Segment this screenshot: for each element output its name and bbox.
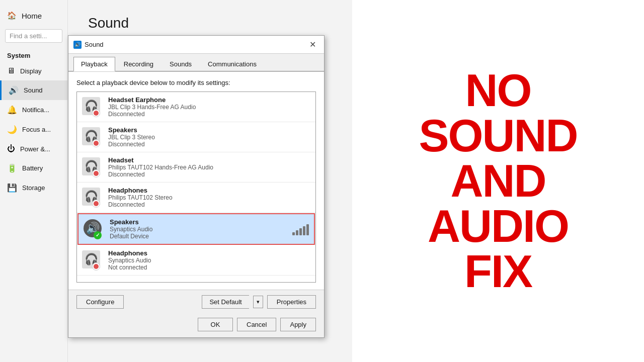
dialog-body: Select a playback device below to modify… bbox=[68, 71, 324, 290]
main-content: Sound 🔊 Sound ✕ Playback Recording Sound… bbox=[68, 0, 352, 362]
display-icon: 🖥 bbox=[7, 66, 15, 75]
sidebar-item-focus[interactable]: 🌙 Focus a... bbox=[0, 120, 67, 139]
volume-bars bbox=[292, 223, 309, 235]
sidebar-search[interactable]: Find a setti... bbox=[5, 29, 62, 43]
sidebar-label-focus: Focus a... bbox=[22, 126, 51, 133]
device-info-3: Headphones Philips TAUT102 Stereo Discon… bbox=[108, 187, 310, 208]
device-icon-wrap-5: 🎧 bbox=[82, 250, 102, 270]
dialog-title-text: Sound bbox=[85, 41, 104, 48]
set-default-button[interactable]: Set Default bbox=[202, 295, 249, 309]
dialog-footer: Configure Set Default ▾ Properties bbox=[68, 290, 324, 314]
dialog-tabs: Playback Recording Sounds Communications bbox=[68, 54, 324, 71]
vol-bar-4 bbox=[303, 226, 305, 235]
device-item-1[interactable]: 🎧 Speakers JBL Clip 3 Stereo Disconnecte… bbox=[77, 122, 315, 152]
device-status-2: Disconnected bbox=[108, 171, 310, 178]
device-name-2: Headset bbox=[108, 156, 310, 164]
device-name-0: Headset Earphone bbox=[108, 96, 310, 104]
page-title: Sound bbox=[88, 15, 332, 31]
dialog-title-left: 🔊 Sound bbox=[73, 41, 104, 49]
power-icon: ⏻ bbox=[7, 144, 15, 153]
device-item-2[interactable]: 🎧 Headset Philips TAUT102 Hands-Free AG … bbox=[77, 152, 315, 183]
sound-icon: 🔊 bbox=[9, 85, 19, 95]
sidebar-label-battery: Battery bbox=[22, 164, 43, 172]
device-name-3: Headphones bbox=[108, 187, 310, 194]
sidebar-label-power: Power &... bbox=[20, 145, 50, 153]
ok-button[interactable]: OK bbox=[198, 318, 233, 331]
dialog-overlay: 🔊 Sound ✕ Playback Recording Sounds Comm… bbox=[68, 35, 325, 338]
device-name-4: Speakers bbox=[110, 218, 284, 226]
dialog-titlebar: 🔊 Sound ✕ bbox=[68, 36, 324, 54]
sidebar-item-display[interactable]: 🖥 Display bbox=[0, 61, 67, 80]
sidebar-home[interactable]: 🏠 Home bbox=[0, 5, 67, 26]
device-list[interactable]: 🎧 Headset Earphone JBL Clip 3 Hands-Free… bbox=[76, 92, 316, 283]
device-info-5: Headphones Synaptics Audio Not connected bbox=[108, 249, 310, 271]
device-icon-wrap-1: 🎧 bbox=[82, 127, 102, 147]
device-subtitle-4: Synaptics Audio bbox=[110, 226, 284, 233]
device-info-4: Speakers Synaptics Audio Default Device bbox=[110, 218, 284, 240]
device-icon-wrap-2: 🎧 bbox=[82, 157, 102, 177]
device-subtitle-0: JBL Clip 3 Hands-Free AG Audio bbox=[108, 104, 310, 111]
device-info-0: Headset Earphone JBL Clip 3 Hands-Free A… bbox=[108, 96, 310, 118]
vol-bar-2 bbox=[296, 230, 298, 235]
device-item-5[interactable]: 🎧 Headphones Synaptics Audio Not connect… bbox=[77, 245, 315, 276]
sidebar-item-notifications[interactable]: 🔔 Notifica... bbox=[0, 100, 67, 120]
device-item-4[interactable]: 🔊 Speakers Synaptics Audio Default Devic… bbox=[77, 213, 315, 245]
sidebar-label-sound: Sound bbox=[24, 86, 43, 94]
device-subtitle-5: Synaptics Audio bbox=[108, 257, 310, 264]
device-status-5: Not connected bbox=[108, 264, 310, 271]
sound-dialog: 🔊 Sound ✕ Playback Recording Sounds Comm… bbox=[68, 35, 325, 338]
status-badge-5 bbox=[92, 262, 100, 270]
sidebar-label-display: Display bbox=[20, 67, 42, 75]
dialog-title-icon: 🔊 bbox=[73, 41, 82, 49]
home-label: Home bbox=[22, 12, 42, 20]
device-icon-wrap-3: 🎧 bbox=[82, 188, 102, 208]
configure-button[interactable]: Configure bbox=[76, 295, 124, 309]
dialog-action-row: OK Cancel Apply bbox=[68, 314, 324, 337]
device-name-1: Speakers bbox=[108, 126, 310, 134]
sidebar-item-sound[interactable]: 🔊 Sound bbox=[0, 80, 67, 100]
sidebar-label-storage: Storage bbox=[22, 184, 45, 192]
status-badge-4 bbox=[94, 231, 102, 239]
device-icon-wrap-4: 🔊 bbox=[84, 219, 104, 239]
battery-icon: 🔋 bbox=[7, 163, 17, 173]
device-item-3[interactable]: 🎧 Headphones Philips TAUT102 Stereo Disc… bbox=[77, 183, 315, 213]
status-badge-3 bbox=[92, 200, 100, 208]
device-info-2: Headset Philips TAUT102 Hands-Free AG Au… bbox=[108, 156, 310, 178]
red-text: NO SOUND AND AUDIO FIX bbox=[419, 68, 577, 294]
device-icon-wrap-0: 🎧 bbox=[82, 97, 102, 117]
device-status-3: Disconnected bbox=[108, 201, 310, 208]
sidebar-label-notifications: Notifica... bbox=[22, 106, 49, 114]
sidebar-item-battery[interactable]: 🔋 Battery bbox=[0, 158, 67, 178]
system-section-title: System bbox=[0, 49, 67, 61]
device-subtitle-3: Philips TAUT102 Stereo bbox=[108, 194, 310, 201]
red-line1: NO bbox=[465, 65, 531, 116]
cancel-button[interactable]: Cancel bbox=[237, 318, 276, 331]
properties-button[interactable]: Properties bbox=[267, 295, 316, 309]
red-panel: NO SOUND AND AUDIO FIX bbox=[352, 0, 644, 362]
device-name-5: Headphones bbox=[108, 249, 310, 257]
device-info-1: Speakers JBL Clip 3 Stereo Disconnected bbox=[108, 126, 310, 148]
vol-bar-1 bbox=[292, 232, 295, 235]
dialog-close-button[interactable]: ✕ bbox=[306, 38, 319, 51]
device-subtitle-1: JBL Clip 3 Stereo bbox=[108, 134, 310, 141]
tab-sounds[interactable]: Sounds bbox=[162, 57, 199, 71]
storage-icon: 💾 bbox=[7, 183, 17, 193]
tab-communications[interactable]: Communications bbox=[200, 57, 264, 71]
set-default-arrow-button[interactable]: ▾ bbox=[253, 296, 263, 308]
sidebar-item-power[interactable]: ⏻ Power &... bbox=[0, 139, 67, 158]
dialog-instruction: Select a playback device below to modify… bbox=[76, 79, 316, 86]
device-status-0: Disconnected bbox=[108, 111, 310, 118]
tab-recording[interactable]: Recording bbox=[116, 57, 161, 71]
apply-button[interactable]: Apply bbox=[280, 318, 316, 331]
status-badge-1 bbox=[92, 139, 100, 147]
device-item-0[interactable]: 🎧 Headset Earphone JBL Clip 3 Hands-Free… bbox=[77, 92, 315, 122]
sidebar-item-storage[interactable]: 💾 Storage bbox=[0, 178, 67, 198]
notifications-icon: 🔔 bbox=[7, 105, 17, 115]
status-badge-2 bbox=[92, 169, 100, 177]
footer-left: Configure bbox=[76, 295, 124, 309]
device-status-1: Disconnected bbox=[108, 141, 310, 148]
footer-right: Set Default ▾ Properties bbox=[202, 295, 316, 309]
vol-bar-3 bbox=[299, 228, 302, 235]
tab-playback[interactable]: Playback bbox=[73, 57, 115, 71]
red-line2: SOUND bbox=[419, 111, 577, 161]
